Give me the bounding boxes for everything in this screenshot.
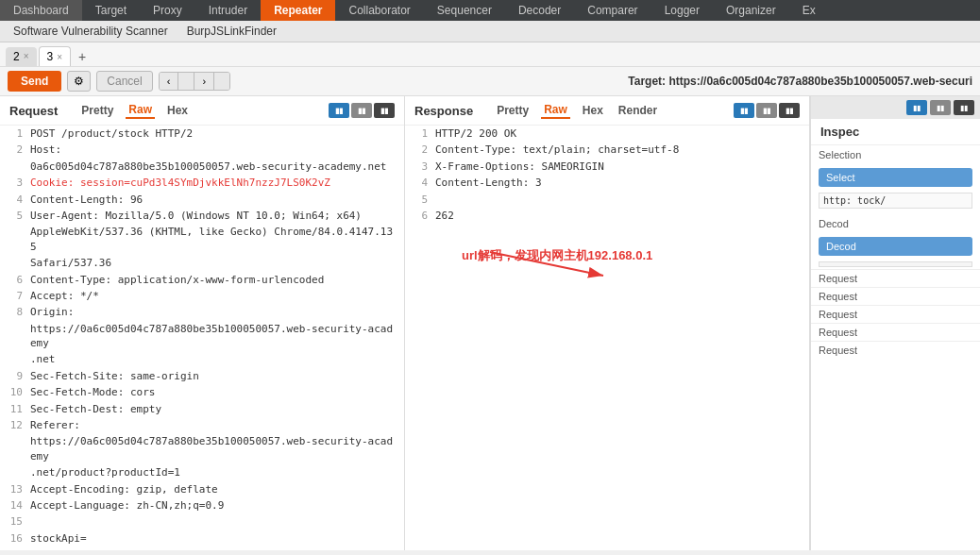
main-content: Request Pretty Raw Hex ▮▮ ▮▮ ▮▮ 1 POST /…: [0, 96, 980, 550]
tab-add-button[interactable]: +: [73, 47, 92, 66]
request-view-icon-list[interactable]: ▮▮: [351, 103, 372, 118]
menu-proxy[interactable]: Proxy: [140, 0, 195, 21]
request-line-8b: https://0a6c005d04c787a880be35b100050057…: [0, 321, 404, 352]
inspector-decode-bar: [819, 261, 972, 267]
toolbar: Send ⚙ Cancel ‹ › Target: https://0a6c00…: [0, 67, 980, 96]
inspector-view-icon-2[interactable]: ▮▮: [930, 100, 951, 115]
menu-comparer[interactable]: Comparer: [574, 0, 651, 21]
request-view-icon-wrap[interactable]: ▮▮: [329, 103, 349, 118]
nav-prev-button[interactable]: [178, 73, 194, 90]
response-tab-hex[interactable]: Hex: [580, 103, 606, 118]
request-line-9: 9 Sec-Fetch-Site: same-origin: [0, 368, 404, 384]
response-view-icons: ▮▮ ▮▮ ▮▮: [734, 103, 800, 118]
request-line-8: 8 Origin:: [0, 304, 404, 320]
target-info: Target: https://0a6c005d04c787a880be35b1…: [628, 75, 972, 88]
response-tab-raw[interactable]: Raw: [541, 102, 570, 119]
menu-organizer[interactable]: Organizer: [713, 0, 789, 21]
request-line-2: 2 Host:: [0, 142, 404, 158]
response-line-5: 5: [405, 192, 809, 208]
nav-buttons: ‹ ›: [159, 72, 230, 91]
inspector-request-item-1[interactable]: Request: [811, 269, 980, 287]
nav-prev-all-button[interactable]: ‹: [160, 73, 179, 90]
inspector-selection-label: Selection: [811, 145, 980, 164]
inspector-header: Inspec: [811, 119, 980, 145]
menu-sequencer[interactable]: Sequencer: [424, 0, 505, 21]
request-line-13: 13 Accept-Encoding: gzip, deflate: [0, 481, 404, 497]
response-line-4: 4 Content-Length: 3: [405, 175, 809, 191]
inspector-decode-label: Decod: [811, 214, 980, 233]
inspector-panel: ▮▮ ▮▮ ▮▮ Inspec Selection Select http: t…: [810, 96, 980, 550]
request-tab-hex[interactable]: Hex: [164, 103, 191, 118]
request-line-12c: .net/product?productId=1: [0, 464, 404, 480]
sub-tabs: Software Vulnerability Scanner BurpJSLin…: [0, 21, 980, 42]
nav-next-button[interactable]: ›: [194, 73, 214, 90]
inspector-request-item-3[interactable]: Request: [811, 305, 980, 323]
request-view-tabs: Pretty Raw Hex: [78, 102, 191, 119]
menu-bar: Dashboard Target Proxy Intruder Repeater…: [0, 0, 980, 21]
request-line-5b: AppleWebKit/537.36 (KHTML, like Gecko) C…: [0, 224, 404, 255]
send-button[interactable]: Send: [8, 71, 61, 92]
request-view-icon-grid[interactable]: ▮▮: [374, 103, 395, 118]
request-line-4: 4 Content-Length: 96: [0, 192, 404, 208]
request-panel: Request Pretty Raw Hex ▮▮ ▮▮ ▮▮ 1 POST /…: [0, 96, 405, 550]
inspector-select-button[interactable]: Select: [819, 168, 972, 187]
request-line-5c: Safari/537.36: [0, 255, 404, 271]
menu-ex[interactable]: Ex: [789, 0, 829, 21]
request-tab-pretty[interactable]: Pretty: [78, 103, 116, 118]
response-line-1: 1 HTTP/2 200 OK: [405, 126, 809, 142]
response-view-tabs: Pretty Raw Hex Render: [494, 102, 660, 119]
menu-intruder[interactable]: Intruder: [195, 0, 261, 21]
nav-next-all-button[interactable]: [214, 73, 229, 90]
subtab-burpjslinkfinder[interactable]: BurpJSLinkFinder: [177, 21, 286, 42]
response-body[interactable]: 1 HTTP/2 200 OK 2 Content-Type: text/pla…: [405, 126, 809, 550]
tab-2[interactable]: 2 ×: [6, 47, 37, 66]
request-line-14: 14 Accept-Language: zh-CN,zh;q=0.9: [0, 497, 404, 513]
request-line-3: 3 Cookie: session=cuPd3l4SYmDjvkkElNh7nz…: [0, 175, 404, 191]
response-panel-header: Response Pretty Raw Hex Render ▮▮ ▮▮ ▮▮: [405, 96, 809, 126]
menu-repeater[interactable]: Repeater: [261, 0, 335, 21]
request-line-7: 7 Accept: */*: [0, 288, 404, 304]
tab-2-label: 2: [13, 50, 20, 63]
response-panel: url解码，发现内网主机192.168.0.1 Response: [405, 96, 810, 550]
menu-dashboard[interactable]: Dashboard: [0, 0, 82, 21]
request-line-12: 12 Referer:: [0, 417, 404, 433]
response-tab-pretty[interactable]: Pretty: [494, 103, 532, 118]
response-view-icon-grid[interactable]: ▮▮: [779, 103, 800, 118]
tab-3[interactable]: 3 ×: [39, 46, 72, 66]
menu-decoder[interactable]: Decoder: [505, 0, 574, 21]
tab-2-close[interactable]: ×: [24, 51, 29, 61]
request-tab-raw[interactable]: Raw: [126, 102, 155, 119]
inspector-request-item-4[interactable]: Request: [811, 323, 980, 341]
request-line-8c: .net: [0, 351, 404, 367]
inspector-request-item-5[interactable]: Request: [811, 341, 980, 359]
response-line-2: 2 Content-Type: text/plain; charset=utf-…: [405, 142, 809, 158]
request-title: Request: [9, 104, 58, 118]
response-tab-render[interactable]: Render: [616, 103, 660, 118]
inspector-decode-button[interactable]: Decod: [819, 237, 972, 256]
inspector-view-icon-3[interactable]: ▮▮: [954, 100, 974, 115]
request-body[interactable]: 1 POST /product/stock HTTP/2 2 Host: 0a6…: [0, 126, 404, 550]
tab-3-close[interactable]: ×: [57, 52, 62, 62]
tab-bar: 2 × 3 × +: [0, 42, 980, 67]
cancel-button[interactable]: Cancel: [96, 71, 152, 92]
inspector-view-icon-1[interactable]: ▮▮: [906, 100, 927, 115]
response-view-icon-wrap[interactable]: ▮▮: [734, 103, 754, 118]
request-line-2b: 0a6c005d04c787a880be35b100050057.web-sec…: [0, 159, 404, 175]
request-line-11: 11 Sec-Fetch-Dest: empty: [0, 401, 404, 417]
response-title: Response: [414, 104, 473, 118]
response-view-icon-list[interactable]: ▮▮: [756, 103, 777, 118]
response-line-6: 6 262: [405, 208, 809, 224]
tab-3-label: 3: [47, 50, 54, 63]
request-line-1: 1 POST /product/stock HTTP/2: [0, 126, 404, 142]
menu-target[interactable]: Target: [82, 0, 140, 21]
menu-collaborator[interactable]: Collaborator: [335, 0, 423, 21]
request-line-12b: https://0a6c005d04c787a880be35b100050057…: [0, 433, 404, 464]
request-panel-header: Request Pretty Raw Hex ▮▮ ▮▮ ▮▮: [0, 96, 404, 126]
request-line-15: 15: [0, 513, 404, 530]
response-line-3: 3 X-Frame-Options: SAMEORIGIN: [405, 159, 809, 175]
inspector-request-item-2[interactable]: Request: [811, 287, 980, 305]
settings-button[interactable]: ⚙: [67, 71, 91, 92]
subtab-vuln-scanner[interactable]: Software Vulnerability Scanner: [4, 21, 177, 42]
gear-icon: ⚙: [74, 75, 84, 88]
menu-logger[interactable]: Logger: [651, 0, 713, 21]
